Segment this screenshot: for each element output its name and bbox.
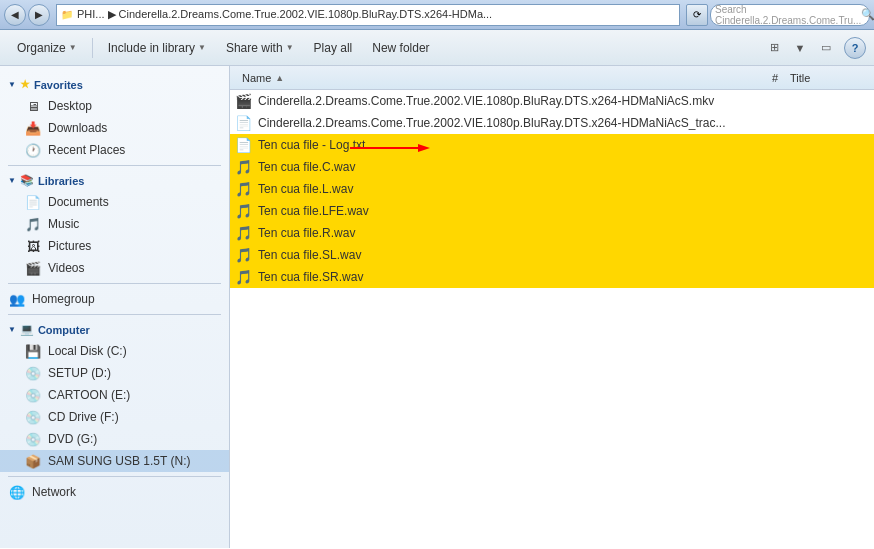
file-icon-0: 🎬 (234, 92, 252, 110)
homegroup-icon: 👥 (8, 291, 26, 307)
share-with-chevron: ▼ (286, 43, 294, 52)
network-icon: 🌐 (8, 484, 26, 500)
forward-button[interactable]: ▶ (28, 4, 50, 26)
sidebar-section-computer: ▼ 💻 Computer 💾 Local Disk (C:) 💿 SETUP (… (0, 319, 229, 472)
sidebar-section-homegroup: 👥 Homegroup (0, 288, 229, 310)
videos-icon: 🎬 (24, 260, 42, 276)
share-with-button[interactable]: Share with ▼ (217, 34, 303, 62)
sidebar-section-libraries: ▼ 📚 Libraries 📄 Documents 🎵 Music 🖼 Pict… (0, 170, 229, 279)
file-name-7: Ten cua file.SL.wav (258, 248, 870, 262)
sidebar-item-setup-d[interactable]: 💿 SETUP (D:) (0, 362, 229, 384)
divider-4 (8, 476, 221, 477)
new-folder-button[interactable]: New folder (363, 34, 438, 62)
music-icon: 🎵 (24, 216, 42, 232)
sidebar-item-videos[interactable]: 🎬 Videos (0, 257, 229, 279)
column-hash[interactable]: # (760, 72, 790, 84)
downloads-icon: 📥 (24, 120, 42, 136)
sidebar-item-homegroup[interactable]: 👥 Homegroup (0, 288, 229, 310)
file-list-header: Name ▲ # Title (230, 66, 874, 90)
sidebar-item-documents[interactable]: 📄 Documents (0, 191, 229, 213)
file-list: 🎬 Cinderella.2.Dreams.Come.True.2002.VIE… (230, 90, 874, 548)
include-library-chevron: ▼ (198, 43, 206, 52)
sidebar-item-desktop[interactable]: 🖥 Desktop (0, 95, 229, 117)
sidebar-computer-header[interactable]: ▼ 💻 Computer (0, 319, 229, 340)
file-name-8: Ten cua file.SR.wav (258, 270, 870, 284)
local-disk-icon: 💾 (24, 343, 42, 359)
divider-2 (8, 283, 221, 284)
search-placeholder: Search Cinderella.2.Dreams.Come.Tru... (715, 4, 861, 26)
computer-triangle: ▼ (8, 325, 16, 334)
setup-drive-icon: 💿 (24, 365, 42, 381)
include-library-button[interactable]: Include in library ▼ (99, 34, 215, 62)
sidebar-item-cartoon-e[interactable]: 💿 CARTOON (E:) (0, 384, 229, 406)
file-item-0[interactable]: 🎬 Cinderella.2.Dreams.Come.True.2002.VIE… (230, 90, 874, 112)
favorites-triangle: ▼ (8, 80, 16, 89)
sidebar: ▼ ★ Favorites 🖥 Desktop 📥 Downloads 🕐 Re… (0, 66, 230, 548)
file-icon-2: 📄 (234, 136, 252, 154)
file-name-4: Ten cua file.L.wav (258, 182, 870, 196)
file-item-6[interactable]: 🎵 Ten cua file.R.wav (230, 222, 874, 244)
star-icon: ★ (20, 78, 30, 91)
cd-drive-icon: 💿 (24, 409, 42, 425)
sidebar-item-network[interactable]: 🌐 Network (0, 481, 229, 503)
title-bar: ◀ ▶ 📁 PHI... ▶ Cinderella.2.Dreams.Come.… (0, 0, 874, 30)
play-all-button[interactable]: Play all (305, 34, 362, 62)
back-button[interactable]: ◀ (4, 4, 26, 26)
file-icon-5: 🎵 (234, 202, 252, 220)
documents-icon: 📄 (24, 194, 42, 210)
file-item-4[interactable]: 🎵 Ten cua file.L.wav (230, 178, 874, 200)
file-name-3: Ten cua file.C.wav (258, 160, 870, 174)
file-name-1: Cinderella.2.Dreams.Come.True.2002.VIE.1… (258, 116, 870, 130)
help-button[interactable]: ? (844, 37, 866, 59)
sidebar-item-dvd-g[interactable]: 💿 DVD (G:) (0, 428, 229, 450)
sidebar-item-samsung-usb[interactable]: 📦 SAM SUNG USB 1.5T (N:) (0, 450, 229, 472)
toolbar: Organize ▼ Include in library ▼ Share wi… (0, 30, 874, 66)
file-icon-1: 📄 (234, 114, 252, 132)
file-item-2[interactable]: 📄 Ten cua file - Log.txt (230, 134, 874, 156)
file-item-1[interactable]: 📄 Cinderella.2.Dreams.Come.True.2002.VIE… (230, 112, 874, 134)
search-icon: 🔍 (861, 8, 874, 21)
main-layout: ▼ ★ Favorites 🖥 Desktop 📥 Downloads 🕐 Re… (0, 66, 874, 548)
sidebar-item-pictures[interactable]: 🖼 Pictures (0, 235, 229, 257)
organize-chevron: ▼ (69, 43, 77, 52)
sort-name-icon: ▲ (275, 73, 284, 83)
pictures-icon: 🖼 (24, 238, 42, 254)
folder-icon: 📁 (61, 9, 73, 20)
file-item-5[interactable]: 🎵 Ten cua file.LFE.wav (230, 200, 874, 222)
view-buttons: ⊞ ▼ ▭ ? (762, 36, 866, 60)
sidebar-item-cd-drive-f[interactable]: 💿 CD Drive (F:) (0, 406, 229, 428)
breadcrumb: PHI... ▶ Cinderella.2.Dreams.Come.True.2… (77, 8, 492, 21)
sidebar-item-music[interactable]: 🎵 Music (0, 213, 229, 235)
preview-pane-button[interactable]: ▭ (814, 36, 838, 60)
address-bar[interactable]: 📁 PHI... ▶ Cinderella.2.Dreams.Come.True… (56, 4, 680, 26)
usb-drive-icon: 📦 (24, 453, 42, 469)
search-bar[interactable]: Search Cinderella.2.Dreams.Come.Tru... 🔍 (710, 4, 870, 26)
sidebar-section-favorites: ▼ ★ Favorites 🖥 Desktop 📥 Downloads 🕐 Re… (0, 74, 229, 161)
sidebar-item-recent-places[interactable]: 🕐 Recent Places (0, 139, 229, 161)
file-item-7[interactable]: 🎵 Ten cua file.SL.wav (230, 244, 874, 266)
libraries-icon: 📚 (20, 174, 34, 187)
computer-icon: 💻 (20, 323, 34, 336)
view-dropdown-button[interactable]: ▼ (788, 36, 812, 60)
view-grid-button[interactable]: ⊞ (762, 36, 786, 60)
file-name-5: Ten cua file.LFE.wav (258, 204, 870, 218)
column-name[interactable]: Name ▲ (234, 72, 760, 84)
refresh-button[interactable]: ⟳ (686, 4, 708, 26)
file-icon-7: 🎵 (234, 246, 252, 264)
sidebar-section-network: 🌐 Network (0, 481, 229, 503)
organize-button[interactable]: Organize ▼ (8, 34, 86, 62)
toolbar-separator-1 (92, 38, 93, 58)
column-title[interactable]: Title (790, 72, 870, 84)
file-item-3[interactable]: 🎵 Ten cua file.C.wav (230, 156, 874, 178)
sidebar-item-local-disk-c[interactable]: 💾 Local Disk (C:) (0, 340, 229, 362)
sidebar-favorites-header[interactable]: ▼ ★ Favorites (0, 74, 229, 95)
file-name-0: Cinderella.2.Dreams.Come.True.2002.VIE.1… (258, 94, 870, 108)
cartoon-drive-icon: 💿 (24, 387, 42, 403)
file-name-6: Ten cua file.R.wav (258, 226, 870, 240)
file-icon-3: 🎵 (234, 158, 252, 176)
desktop-icon: 🖥 (24, 98, 42, 114)
file-item-8[interactable]: 🎵 Ten cua file.SR.wav (230, 266, 874, 288)
sidebar-item-downloads[interactable]: 📥 Downloads (0, 117, 229, 139)
sidebar-libraries-header[interactable]: ▼ 📚 Libraries (0, 170, 229, 191)
file-icon-8: 🎵 (234, 268, 252, 286)
